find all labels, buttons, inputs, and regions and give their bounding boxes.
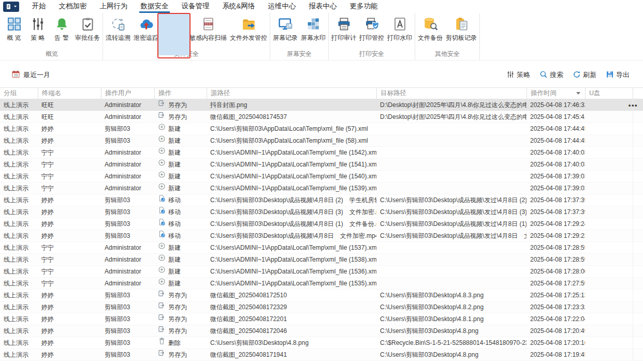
table-row[interactable]: 线上演示婷婷剪辑部03另存为微信截图_20250408172046C:\User… xyxy=(0,325,643,337)
table-header: 分组终端名操作用户操作源路径目标路径操作时间U盘 xyxy=(0,87,643,99)
ribbon-item-circulate[interactable]: 流转追溯 xyxy=(104,13,132,42)
ribbon-item-db-magnifier[interactable]: 文件备份 xyxy=(416,13,444,42)
cell-time: 2025-04-08 17:40:03 xyxy=(527,159,585,170)
app-menu-button[interactable] xyxy=(3,2,19,12)
cell-terminal: 旺旺 xyxy=(38,99,101,111)
cell-terminal: 婷婷 xyxy=(38,218,101,230)
ribbon-item-doc-scan[interactable]: 敏感内容扫描 xyxy=(188,13,228,42)
ribbon-item-clipboard-doc[interactable]: 剪切板记录 xyxy=(444,13,478,42)
date-range-filter[interactable]: 23 最近一月 xyxy=(11,70,50,80)
cell-group: 线上演示 xyxy=(0,230,38,241)
cell-source: 微信截图_20250408172510 xyxy=(207,290,376,301)
table-row[interactable]: 线上演示婷婷剪辑部03新建C:\Users\剪辑部03\AppData\Loca… xyxy=(0,123,643,135)
cell-gutter xyxy=(633,290,643,301)
cell-operation: 另存为 xyxy=(154,99,207,111)
menu-tab-4[interactable]: 数据安全 xyxy=(134,0,175,13)
column-header-gutter[interactable] xyxy=(633,88,643,99)
cell-user: 剪辑部03 xyxy=(101,218,154,230)
menu-tab-3[interactable]: 上网行为 xyxy=(93,0,134,13)
cell-gutter xyxy=(633,230,643,241)
column-header-U盘[interactable]: U盘 xyxy=(585,88,633,99)
ribbon-item-cloud-arrow[interactable]: 泄密追踪 xyxy=(132,13,160,42)
ribbon-item-printer-shield[interactable]: 打印管控 xyxy=(358,13,386,42)
operation-label: 移动 xyxy=(168,230,181,241)
new-icon xyxy=(158,159,166,170)
table-row[interactable]: 线上演示婷婷剪辑部03另存为微信截图_20250408172329C:\User… xyxy=(0,301,643,313)
ribbon-item-grid[interactable]: 概 览 xyxy=(2,13,26,42)
cell-operation: 移动 xyxy=(154,230,207,241)
menu-tab-1[interactable]: 开始 xyxy=(25,0,52,13)
column-header-源路径[interactable]: 源路径 xyxy=(207,88,376,99)
menu-tabs: 开始文档加密上网行为数据安全设备管理系统&网络运维中心报表中心更多功能 xyxy=(25,0,384,13)
cell-user: 剪辑部03 xyxy=(101,349,154,360)
cell-usb xyxy=(585,194,633,206)
ribbon-item-sliders[interactable]: 策 略 xyxy=(26,13,50,42)
table-row[interactable]: 线上演示婷婷剪辑部03移动C:\Users\剪辑部03\Desktop\成品视频… xyxy=(0,194,643,206)
table-row[interactable]: 线上演示宁宁Administrator新建C:\Users\ADMINI~1\A… xyxy=(0,254,643,266)
menu-tab-7[interactable]: 运维中心 xyxy=(261,0,302,13)
row-actions-menu[interactable]: ••• xyxy=(629,99,638,111)
cell-operation: 新建 xyxy=(154,159,207,170)
cell-target: C:\Users\剪辑部03\Desktop\4.8.1.png xyxy=(376,313,527,325)
ribbon-item-label: 打印水印 xyxy=(387,34,412,42)
table-row[interactable]: 线上演示宁宁Administrator新建C:\Users\ADMINI~1\A… xyxy=(0,266,643,278)
ribbon-item-letter-a[interactable]: 打印水印 xyxy=(386,13,414,42)
ribbon-item-folder-out[interactable]: 文件外发管控 xyxy=(228,13,269,42)
ribbon-item-watermark[interactable]: 屏幕水印 xyxy=(299,13,327,42)
column-header-目标路径[interactable]: 目标路径 xyxy=(376,88,527,99)
column-header-操作[interactable]: 操作 xyxy=(154,88,207,99)
ribbon-item-monitor[interactable]: 屏幕记录 xyxy=(271,13,299,42)
ribbon-item-clipboard-check[interactable]: 审批任务 xyxy=(74,13,101,42)
table-body: 线上演示旺旺Administrator另存为抖音封面.pngD:\Desktop… xyxy=(0,99,643,361)
cell-time: 2025-04-08 17:23:32 xyxy=(527,301,585,313)
cell-user: 剪辑部03 xyxy=(101,230,154,241)
table-row[interactable]: 线上演示宁宁Administrator新建C:\Users\ADMINI~1\A… xyxy=(0,242,643,254)
ribbon-item-bell[interactable]: 告 警 xyxy=(50,13,74,42)
cell-user: Administrator xyxy=(101,266,154,277)
cell-gutter xyxy=(633,218,643,230)
printer-shield-icon xyxy=(364,15,379,33)
cell-operation: 新建 xyxy=(154,135,207,146)
table-row[interactable]: 线上演示宁宁Administrator新建C:\Users\ADMINI~1\A… xyxy=(0,171,643,183)
table-row[interactable]: 线上演示宁宁Administrator新建C:\Users\ADMINI~1\A… xyxy=(0,183,643,194)
cell-terminal: 婷婷 xyxy=(38,337,101,348)
menu-tab-8[interactable]: 报表中心 xyxy=(302,0,343,13)
operation-label: 另存为 xyxy=(168,99,187,111)
table-row[interactable]: 线上演示婷婷剪辑部03新建C:\Users\剪辑部03\AppData\Loca… xyxy=(0,135,643,147)
table-row[interactable]: 线上演示婷婷剪辑部03删除C:\Users\剪辑部03\Desktop\4.8.… xyxy=(0,337,643,349)
table-row[interactable]: 线上演示婷婷剪辑部03另存为微信截图_20250408172510C:\User… xyxy=(0,290,643,301)
table-row[interactable]: 线上演示婷婷剪辑部03另存为微信截图_20250408171941C:\User… xyxy=(0,349,643,361)
table-row[interactable]: 线上演示婷婷剪辑部03移动C:\Users\剪辑部03\Desktop\成品视频… xyxy=(0,218,643,230)
cell-group: 线上演示 xyxy=(0,183,38,194)
menu-tab-2[interactable]: 文档加密 xyxy=(52,0,93,13)
operation-label: 新建 xyxy=(168,147,181,158)
menu-tab-5[interactable]: 设备管理 xyxy=(175,0,216,13)
ribbon-item-folder-arrow[interactable]: 文件操作 xyxy=(160,13,188,42)
cell-target xyxy=(376,123,527,134)
table-row[interactable]: 线上演示宁宁Administrator新建C:\Users\ADMINI~1\A… xyxy=(0,278,643,290)
table-row[interactable]: 线上演示婷婷剪辑部03另存为微信截图_20250408172201C:\User… xyxy=(0,313,643,325)
tool-export-button[interactable]: 导出 xyxy=(606,70,630,80)
cell-operation: 新建 xyxy=(154,147,207,158)
table-row[interactable]: 线上演示旺旺Administrator另存为微信截图_2025040817453… xyxy=(0,111,643,123)
operation-label: 新建 xyxy=(168,266,181,277)
menu-tab-6[interactable]: 系统&网络 xyxy=(216,0,261,13)
tool-sliders-button[interactable]: 策略 xyxy=(506,70,530,80)
filter-bar: 23 最近一月 策略搜索刷新导出 xyxy=(0,67,643,83)
table-row[interactable]: 线上演示宁宁Administrator新建C:\Users\ADMINI~1\A… xyxy=(0,159,643,171)
table-row[interactable]: 线上演示旺旺Administrator另存为抖音封面.pngD:\Desktop… xyxy=(0,99,643,111)
column-header-操作时间[interactable]: 操作时间 xyxy=(527,88,585,99)
menu-tab-9[interactable]: 更多功能 xyxy=(343,0,384,13)
new-icon xyxy=(158,135,166,146)
tool-search-button[interactable]: 搜索 xyxy=(539,70,563,80)
ribbon-item-printer[interactable]: 打印审计 xyxy=(330,13,358,42)
cell-terminal: 宁宁 xyxy=(38,278,101,289)
column-header-分组[interactable]: 分组 xyxy=(0,88,38,99)
column-header-终端名[interactable]: 终端名 xyxy=(38,88,101,99)
table-row[interactable]: 线上演示宁宁Administrator新建C:\Users\ADMINI~1\A… xyxy=(0,147,643,159)
table-row[interactable]: 线上演示婷婷剪辑部03移动C:\Users\剪辑部03\Desktop\成品视频… xyxy=(0,230,643,242)
table-row[interactable]: 线上演示婷婷剪辑部03移动C:\Users\剪辑部03\Desktop\成品视频… xyxy=(0,206,643,218)
tool-refresh-button[interactable]: 刷新 xyxy=(573,70,596,80)
ribbon-group-label: 屏幕安全 xyxy=(271,50,327,60)
column-header-操作用户[interactable]: 操作用户 xyxy=(101,88,154,99)
